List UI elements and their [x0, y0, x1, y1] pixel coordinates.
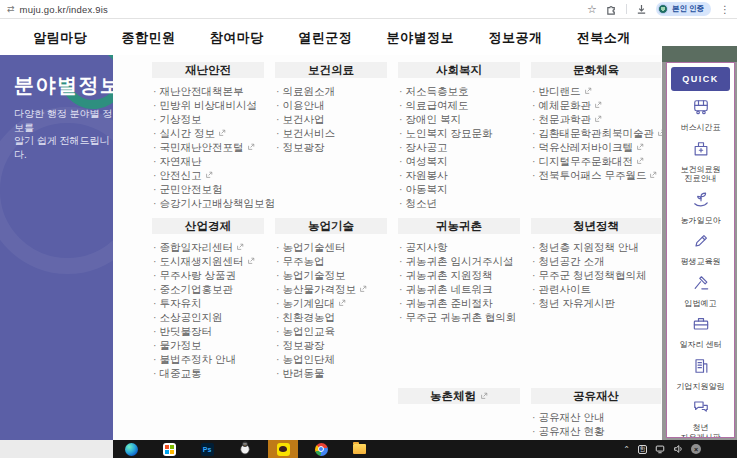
category-link[interactable]: ·무주농업	[276, 254, 387, 268]
category-link[interactable]: ·국민재난안전포털	[153, 140, 264, 154]
photoshop-icon[interactable]: Ps	[192, 440, 222, 458]
category-link[interactable]: ·장애인 복지	[399, 112, 520, 126]
profile-chip[interactable]: 본인 인증	[656, 2, 711, 16]
category-link[interactable]: ·청년공간 소개	[532, 254, 661, 268]
quick-item-briefcase[interactable]: 일자리 센터	[667, 314, 734, 350]
category-link[interactable]: ·농업기술센터	[276, 240, 387, 254]
category-link[interactable]: ·민방위 비상대비시설	[153, 98, 264, 112]
nav-item-5[interactable]: 정보공개	[488, 29, 542, 47]
category-link[interactable]: ·보건서비스	[276, 126, 387, 140]
category-link[interactable]: ·무주군 청년정책협의체	[532, 268, 661, 282]
category-link[interactable]: ·반디랜드	[532, 84, 661, 98]
category-link[interactable]: ·관련사이트	[532, 282, 661, 296]
download-icon[interactable]	[636, 4, 647, 15]
kakaotalk-icon[interactable]	[268, 440, 298, 458]
quick-item-bus[interactable]: 버스시간표	[667, 97, 734, 133]
category-link[interactable]: ·청년 자유게시판	[532, 296, 661, 310]
edge-icon[interactable]	[116, 440, 146, 458]
nav-item-3[interactable]: 열린군정	[298, 29, 352, 47]
nav-item-4[interactable]: 분야별정보	[387, 29, 455, 47]
nav-item-0[interactable]: 알림마당	[33, 29, 87, 47]
bullet: ·	[532, 168, 536, 182]
category-link[interactable]: ·소상공인지원	[153, 310, 264, 324]
file-explorer-icon[interactable]	[344, 440, 374, 458]
quick-item-chat-bubbles[interactable]: 청년 자유게시판	[667, 397, 734, 438]
category-link[interactable]: ·무주군 귀농귀촌 협의회	[399, 310, 520, 324]
category-link[interactable]: ·승강기사고배상책임보험	[153, 196, 264, 210]
extensions-icon[interactable]	[606, 4, 617, 15]
category-link[interactable]: ·귀농귀촌 준비절차	[399, 296, 520, 310]
category-link[interactable]: ·공유재산 안내	[532, 410, 661, 424]
category-link[interactable]: ·장사공고	[399, 140, 520, 154]
nav-item-2[interactable]: 참여마당	[210, 29, 264, 47]
category-link[interactable]: ·불법주정차 안내	[153, 352, 264, 366]
category-link[interactable]: ·전북투어패스 무주월드	[532, 168, 661, 182]
category-link[interactable]: ·청소년	[399, 196, 520, 210]
category-link[interactable]: ·물가정보	[153, 338, 264, 352]
category-link[interactable]: ·노인복지 장묘문화	[399, 126, 520, 140]
category-link[interactable]: ·예체문화관	[532, 98, 661, 112]
quick-item-hospital[interactable]: 보건의료원 진료안내	[667, 139, 734, 184]
category-link[interactable]: ·아동복지	[399, 182, 520, 196]
category-link[interactable]: ·정보광장	[276, 338, 387, 352]
category-link[interactable]: ·실시간 정보	[153, 126, 264, 140]
category-link[interactable]: ·재난안전대책본부	[153, 84, 264, 98]
category-link[interactable]: ·무주사랑 상품권	[153, 268, 264, 282]
category-link[interactable]: ·청년층 지원정책 안내	[532, 240, 661, 254]
category-link[interactable]: ·디지털무주문화대전	[532, 154, 661, 168]
category-link[interactable]: ·농업인교육	[276, 324, 387, 338]
category-link[interactable]: ·의료급여제도	[399, 98, 520, 112]
category-link[interactable]: ·기상정보	[153, 112, 264, 126]
bookmark-star-icon[interactable]: ☆	[587, 4, 597, 15]
quick-item-sprout-hand[interactable]: 농가일모아	[667, 190, 734, 226]
chrome-icon[interactable]	[306, 440, 336, 458]
category-link[interactable]: ·정보광장	[276, 140, 387, 154]
category-link[interactable]: ·저소득층보호	[399, 84, 520, 98]
tab-switch-icon[interactable]: ⇄	[7, 4, 15, 14]
quick-item-pencil[interactable]: 평생교육원	[667, 231, 734, 267]
category-link[interactable]: ·자연재난	[153, 154, 264, 168]
url-text[interactable]: muju.go.kr/index.9is	[20, 4, 108, 15]
category-link[interactable]: ·농기계임대	[276, 296, 387, 310]
volume-icon[interactable]	[673, 444, 683, 454]
category-link[interactable]: ·보건사업	[276, 112, 387, 126]
tray-chevron-icon[interactable]: ⌃	[623, 445, 630, 454]
ms-store-icon[interactable]	[154, 440, 184, 458]
nav-item-6[interactable]: 전북소개	[577, 29, 631, 47]
category-link[interactable]: ·농업인단체	[276, 352, 387, 366]
penguin-character-icon[interactable]	[230, 440, 260, 458]
category-link[interactable]: ·덕유산레저바이크텔	[532, 140, 661, 154]
category-link[interactable]: ·중소기업홍보관	[153, 282, 264, 296]
category-link[interactable]: ·친환경농업	[276, 310, 387, 324]
category-link[interactable]: ·대중교통	[153, 366, 264, 380]
quick-item-building[interactable]: 기업지원알림	[667, 356, 734, 392]
nav-item-1[interactable]: 종합민원	[122, 29, 176, 47]
category-link[interactable]: ·안전신고	[153, 168, 264, 182]
network-display-icon[interactable]	[655, 444, 665, 454]
category-link[interactable]: ·귀농귀촌 네트워크	[399, 282, 520, 296]
category-link[interactable]: ·군민안전보험	[153, 182, 264, 196]
quick-item-gavel[interactable]: 입법예고	[667, 273, 734, 309]
category-link[interactable]: ·천문과학관	[532, 112, 661, 126]
category-link[interactable]: ·농업기술정보	[276, 268, 387, 282]
menu-dots-icon[interactable]: ⋮	[720, 4, 730, 15]
category-link[interactable]: ·반려동물	[276, 366, 387, 380]
category-link[interactable]: ·공유재산 현황	[532, 424, 661, 438]
category-link[interactable]: ·김환태문학관최북미술관	[532, 126, 661, 140]
bus-icon	[691, 97, 711, 121]
category-link[interactable]: ·여성복지	[399, 154, 520, 168]
category-link[interactable]: ·이용안내	[276, 98, 387, 112]
category-link[interactable]: ·농산물가격정보	[276, 282, 387, 296]
category-link[interactable]: ·귀농귀촌 지원정책	[399, 268, 520, 282]
category-link[interactable]: ·반딧불장터	[153, 324, 264, 338]
category-link[interactable]: ·공지사항	[399, 240, 520, 254]
category-link[interactable]: ·자원봉사	[399, 168, 520, 182]
category-title[interactable]: 농촌체험	[398, 388, 520, 404]
close-circle-icon[interactable]: ×	[691, 444, 701, 454]
category-link[interactable]: ·투자유치	[153, 296, 264, 310]
category-link[interactable]: ·귀농귀촌 임시거주시설	[399, 254, 520, 268]
category-link[interactable]: ·도시재생지원센터	[153, 254, 264, 268]
category-link[interactable]: ·종합일자리센터	[153, 240, 264, 254]
ime-icon[interactable]: 한	[638, 445, 647, 454]
category-link[interactable]: ·의료원소개	[276, 84, 387, 98]
